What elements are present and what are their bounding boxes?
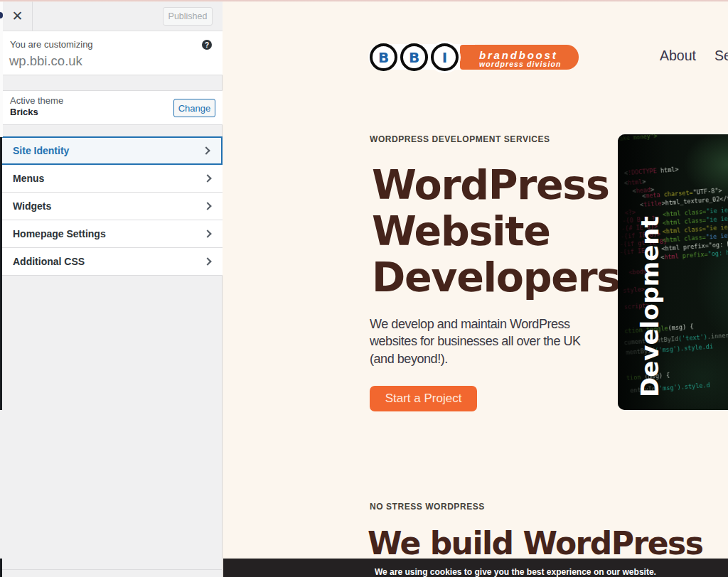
sidebar-item-label: Site Identity [13,145,69,156]
sidebar-item-site-identity[interactable]: Site Identity [0,136,223,165]
hero-title: WordPressWebsiteDevelopers [372,162,620,301]
screen: ✕ Published You are customizing ? wp.bbi… [0,0,728,577]
nav-item-about[interactable]: About [660,48,696,64]
site-nav: AboutServices [660,48,728,64]
sidebar-item-menus[interactable]: Menus [0,165,223,193]
close-customizer-button[interactable]: ✕ [3,1,33,31]
site-domain: wp.bbi.co.uk [9,53,82,69]
sidebar-item-additional-css[interactable]: Additional CSS [0,248,223,276]
help-icon[interactable]: ? [202,40,212,50]
sidebar-item-widgets[interactable]: Widgets [0,193,223,220]
sidebar-item-label: Additional CSS [13,256,85,267]
left-edge-artifact-top [0,137,2,410]
logo-circle-b0: B [370,43,397,71]
top-edge-artifact [0,0,728,2]
chevron-right-icon [203,230,211,237]
chevron-right-icon [203,257,211,265]
chevron-right-icon [203,174,211,182]
customizer-menu: Site IdentityMenusWidgetsHomepage Settin… [0,136,223,276]
site-logo[interactable]: brandboost wordpress division BBI [368,43,583,70]
customizer-topbar: ✕ Published [3,1,223,31]
published-button[interactable]: Published [163,7,213,26]
hero-eyebrow: WORDPRESS DEVELOPMENT SERVICES [370,134,550,144]
sidebar-item-homepage-settings[interactable]: Homepage Settings [0,220,223,248]
nav-item-services[interactable]: Services [714,48,728,64]
hero-code-image: ake money"><!DOCTYPE html><html><head><m… [618,134,728,410]
sidebar-item-label: Widgets [13,200,51,212]
sidebar-footer-divider [0,569,223,570]
cookie-notice-text: We are using cookies to give you the bes… [375,567,656,577]
chevron-right-icon [203,202,211,210]
sidebar-item-label: Menus [13,173,44,184]
cookie-banner: We are using cookies to give you the bes… [223,559,728,577]
sidebar-item-label: Homepage Settings [13,228,106,239]
site-preview: brandboost wordpress division BBI AboutS… [223,0,728,577]
chevron-right-icon [202,146,210,154]
customizing-label: You are customizing [10,39,93,50]
logo-brand-pill: brandboost wordpress division [460,45,579,70]
close-icon: ✕ [12,9,23,23]
logo-circle-b1: B [400,43,428,71]
start-project-button[interactable]: Start a Project [370,386,477,411]
change-theme-button[interactable]: Change [173,99,215,117]
left-edge-sliver [0,1,3,137]
logo-brand-tagline: wordpress division [479,60,562,68]
section2-eyebrow: NO STRESS WORDPRESS [370,502,485,512]
active-theme-section: Active theme Bricks Change [0,90,223,125]
hero-paragraph: We develop and maintain WordPresswebsite… [370,316,581,367]
theme-name: Bricks [10,107,38,117]
left-edge-artifact-bottom [0,559,2,577]
customize-info-section: You are customizing ? wp.bbi.co.uk [0,31,223,75]
logo-circle-i2: I [431,43,459,71]
development-vertical-label: Development [638,216,662,397]
active-theme-label: Active theme [10,95,63,106]
customizer-sidebar: ✕ Published You are customizing ? wp.bbi… [0,0,223,577]
